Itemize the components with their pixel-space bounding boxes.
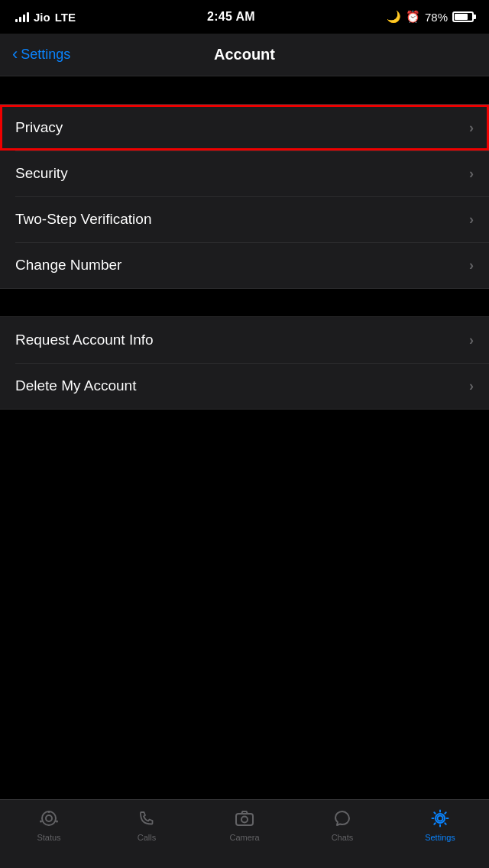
- main-settings-section: Privacy › Security › Two-Step Verificati…: [0, 104, 489, 289]
- svg-rect-5: [236, 814, 253, 825]
- calls-tab-label: Calls: [138, 833, 156, 842]
- status-bar: Jio LTE 2:45 AM 🌙 ⏰ 78%: [0, 0, 489, 34]
- settings-tab-icon: [429, 808, 451, 829]
- carrier-label: Jio: [34, 11, 50, 24]
- camera-tab-label: Camera: [229, 833, 259, 842]
- camera-tab-icon: [234, 808, 255, 829]
- status-left: Jio LTE: [15, 11, 76, 24]
- top-spacer: [0, 76, 489, 104]
- change-number-chevron-icon: ›: [469, 257, 474, 274]
- svg-point-0: [42, 811, 56, 825]
- nav-header: ‹ Settings Account: [0, 34, 489, 76]
- request-account-info-label: Request Account Info: [15, 332, 154, 348]
- status-tab-icon: [38, 808, 60, 829]
- moon-icon: 🌙: [387, 10, 401, 24]
- menu-item-privacy[interactable]: Privacy ›: [0, 105, 489, 151]
- delete-account-chevron-icon: ›: [469, 378, 474, 394]
- svg-point-1: [46, 815, 52, 821]
- status-right: 🌙 ⏰ 78%: [387, 10, 474, 24]
- security-chevron-icon: ›: [469, 166, 474, 182]
- security-label: Security: [15, 165, 68, 182]
- two-step-chevron-icon: ›: [469, 212, 474, 228]
- tab-chats[interactable]: Chats: [293, 808, 391, 842]
- menu-item-request-account-info[interactable]: Request Account Info ›: [0, 317, 489, 363]
- chats-tab-label: Chats: [332, 833, 354, 842]
- menu-item-change-number[interactable]: Change Number ›: [0, 242, 489, 288]
- privacy-label: Privacy: [15, 119, 63, 136]
- chats-tab-icon: [332, 808, 353, 829]
- svg-point-7: [438, 816, 443, 821]
- calls-tab-icon: [136, 808, 157, 829]
- back-chevron-icon: ‹: [12, 46, 18, 63]
- request-account-info-chevron-icon: ›: [469, 332, 474, 348]
- two-step-label: Two-Step Verification: [15, 211, 151, 228]
- tab-status[interactable]: Status: [0, 808, 98, 842]
- battery-percent-label: 78%: [425, 11, 448, 24]
- change-number-label: Change Number: [15, 257, 121, 274]
- tab-bar: Status Calls Camera Chats: [0, 799, 489, 868]
- tab-calls[interactable]: Calls: [98, 808, 196, 842]
- battery-icon: [452, 11, 474, 22]
- tab-settings[interactable]: Settings: [391, 808, 489, 842]
- svg-point-2: [48, 811, 50, 813]
- svg-point-3: [40, 821, 42, 823]
- delete-account-label: Delete My Account: [15, 377, 136, 394]
- back-label: Settings: [21, 47, 70, 63]
- tab-camera[interactable]: Camera: [196, 808, 293, 842]
- privacy-chevron-icon: ›: [469, 120, 474, 136]
- menu-item-security[interactable]: Security ›: [0, 151, 489, 196]
- menu-item-delete-my-account[interactable]: Delete My Account ›: [0, 363, 489, 409]
- menu-item-two-step-verification[interactable]: Two-Step Verification ›: [0, 196, 489, 242]
- signal-icon: [15, 11, 29, 22]
- account-actions-section: Request Account Info › Delete My Account…: [0, 316, 489, 410]
- settings-tab-label: Settings: [425, 833, 455, 842]
- status-tab-label: Status: [37, 833, 60, 842]
- svg-point-6: [241, 817, 248, 823]
- network-type-label: LTE: [55, 11, 76, 24]
- mid-spacer: [0, 289, 489, 316]
- page-title: Account: [104, 46, 385, 63]
- alarm-icon: ⏰: [406, 10, 420, 24]
- svg-point-4: [56, 821, 58, 823]
- time-label: 2:45 AM: [207, 10, 255, 24]
- back-button[interactable]: ‹ Settings: [12, 47, 104, 63]
